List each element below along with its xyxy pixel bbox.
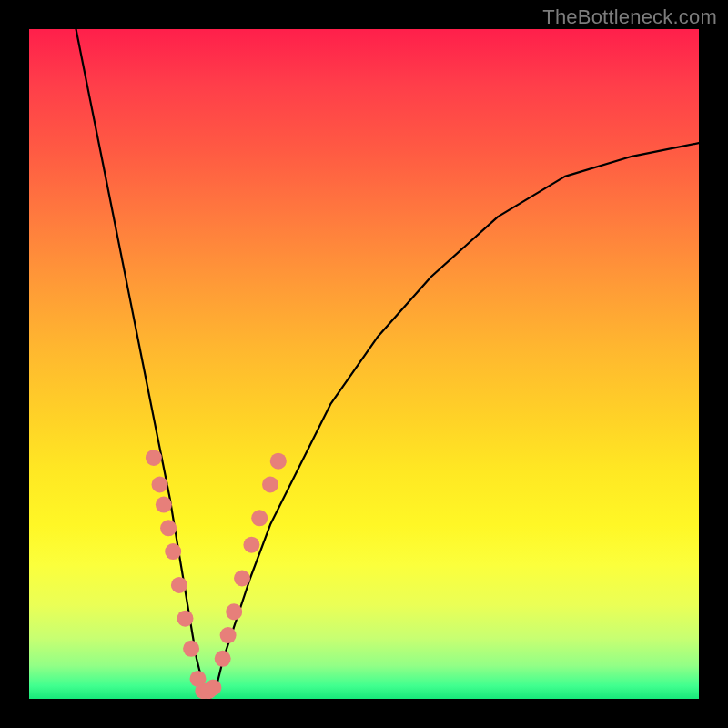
highlight-dot	[205, 680, 221, 696]
highlight-dot	[165, 543, 181, 560]
highlight-dot	[220, 627, 237, 643]
highlight-dot	[177, 611, 194, 627]
highlight-dot	[251, 510, 268, 526]
highlight-dot	[146, 450, 162, 466]
plot-area	[29, 29, 699, 699]
highlight-dot	[152, 477, 168, 493]
curve-layer	[76, 29, 700, 699]
highlight-dot	[234, 571, 250, 587]
watermark-text: TheBottleneck.com	[542, 5, 717, 29]
highlight-dot	[160, 520, 177, 536]
chart-frame: TheBottleneck.com	[0, 0, 728, 728]
highlight-dot	[215, 651, 231, 667]
highlight-dot	[226, 603, 242, 620]
highlight-dot	[171, 577, 187, 593]
highlight-dot	[156, 497, 172, 513]
highlight-dot	[243, 537, 259, 553]
highlight-dot	[262, 477, 278, 493]
chart-svg	[29, 29, 699, 699]
highlight-dot	[183, 641, 199, 657]
highlight-dot	[270, 453, 287, 470]
bottleneck-curve	[76, 29, 700, 699]
dots-layer	[146, 450, 287, 699]
